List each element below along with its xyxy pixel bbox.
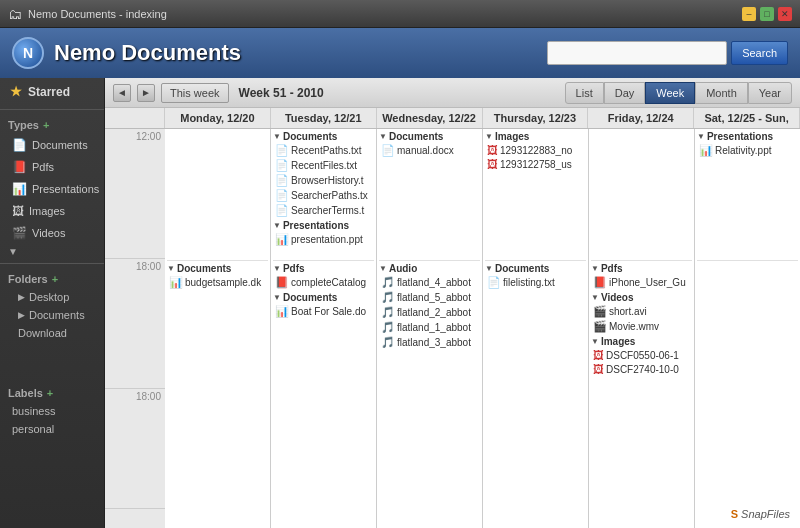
sidebar-item-download[interactable]: Download xyxy=(0,324,104,342)
img-icon: 🖼 xyxy=(593,349,604,361)
sidebar-item-desktop[interactable]: ▶ Desktop xyxy=(0,288,104,306)
sidebar-separator-1 xyxy=(0,109,104,110)
file-shortavi[interactable]: 🎬 short.avi xyxy=(591,304,692,319)
day-sat-top: ▼ Presentations 📊 Relativity.ppt xyxy=(697,131,798,261)
day-fri-top xyxy=(591,131,692,261)
doc-icon: 📊 xyxy=(169,276,183,289)
calendar-toolbar: ◄ ► This week Week 51 - 2010 List Day We… xyxy=(105,78,800,108)
sidebar-item-pdfs[interactable]: 📕 Pdfs xyxy=(0,156,104,178)
header-fri: Friday, 12/24 xyxy=(588,108,694,128)
pdf-icon: 📕 xyxy=(275,276,289,289)
header-tue: Tuesday, 12/21 xyxy=(271,108,377,128)
tri: ▼ xyxy=(485,264,493,273)
thu-images-header: ▼ Images xyxy=(485,131,586,142)
header-thu: Thursday, 12/23 xyxy=(483,108,589,128)
img-icon: 🖼 xyxy=(593,363,604,375)
search-area: Search xyxy=(547,41,788,65)
sidebar-item-presentations[interactable]: 📊 Presentations xyxy=(0,178,104,200)
file-presentation[interactable]: 📊 presentation.ppt xyxy=(273,232,374,247)
documents-icon: 📄 xyxy=(12,138,27,152)
maximize-button[interactable]: □ xyxy=(760,7,774,21)
view-buttons: List Day Week Month Year xyxy=(565,82,792,104)
file-filelisting[interactable]: 📄 filelisting.txt xyxy=(485,275,586,290)
fri-images-header: ▼ Images xyxy=(591,336,692,347)
mon-documents-header: ▼ Documents xyxy=(167,263,268,274)
tri: ▼ xyxy=(591,293,599,302)
file-img1[interactable]: 🖼 1293122883_no xyxy=(485,143,586,157)
file-recentpaths[interactable]: 📄 RecentPaths.txt xyxy=(273,143,374,158)
calendar-grid: Monday, 12/20 Tuesday, 12/21 Wednesday, … xyxy=(105,108,800,528)
sidebar-item-videos[interactable]: 🎬 Videos xyxy=(0,222,104,244)
file-dscf0550[interactable]: 🖼 DSCF0550-06-1 xyxy=(591,348,692,362)
fri-videos-section: ▼ Videos 🎬 short.avi 🎬 Movie.wmv xyxy=(591,292,692,334)
next-button[interactable]: ► xyxy=(137,84,155,102)
sidebar-item-documents[interactable]: 📄 Documents xyxy=(0,134,104,156)
audio-icon: 🎵 xyxy=(381,321,395,334)
sidebar-item-images[interactable]: 🖼 Images xyxy=(0,200,104,222)
prev-button[interactable]: ◄ xyxy=(113,84,131,102)
img-icon: 🖼 xyxy=(487,158,498,170)
file-relativity[interactable]: 📊 Relativity.ppt xyxy=(697,143,798,158)
file-boatforsale[interactable]: 📊 Boat For Sale.do xyxy=(273,304,374,319)
file-manual[interactable]: 📄 manual.docx xyxy=(379,143,480,158)
app-title: Nemo Documents xyxy=(54,40,241,66)
pdfs-icon: 📕 xyxy=(12,160,27,174)
app-header: N Nemo Documents Search xyxy=(0,28,800,78)
year-view-button[interactable]: Year xyxy=(748,82,792,104)
sidebar-item-documents-folder[interactable]: ▶ Documents xyxy=(0,306,104,324)
sidebar-item-starred[interactable]: ★ Starred xyxy=(0,78,104,105)
file-name: budgetsample.dk xyxy=(185,277,261,288)
audio-icon: 🎵 xyxy=(381,336,395,349)
file-flatland2[interactable]: 🎵 flatland_2_abbot xyxy=(379,305,480,320)
file-budgetsample[interactable]: 📊 budgetsample.dk xyxy=(167,275,268,290)
file-dscf2740[interactable]: 🖼 DSCF2740-10-0 xyxy=(591,362,692,376)
sidebar-label-personal[interactable]: personal xyxy=(0,420,104,438)
file-flatland5[interactable]: 🎵 flatland_5_abbot xyxy=(379,290,480,305)
labels-add-icon[interactable]: + xyxy=(47,387,53,399)
day-view-button[interactable]: Day xyxy=(604,82,646,104)
week-view-button[interactable]: Week xyxy=(645,82,695,104)
header-time-empty xyxy=(105,108,165,128)
file-completecatalog[interactable]: 📕 completeCatalog xyxy=(273,275,374,290)
tri: ▼ xyxy=(273,264,281,273)
tri: ▼ xyxy=(591,337,599,346)
day-wed: ▼ Documents 📄 manual.docx ▼ xyxy=(377,129,483,528)
header-wed: Wednesday, 12/22 xyxy=(377,108,483,128)
file-flatland3[interactable]: 🎵 flatland_3_abbot xyxy=(379,335,480,350)
file-img2[interactable]: 🖼 1293122758_us xyxy=(485,157,586,171)
txt-icon: 📄 xyxy=(275,144,289,157)
tri: ▼ xyxy=(697,132,705,141)
file-recentfiles[interactable]: 📄 RecentFiles.txt xyxy=(273,158,374,173)
minimize-button[interactable]: – xyxy=(742,7,756,21)
file-browserhistory[interactable]: 📄 BrowserHistory.t xyxy=(273,173,374,188)
search-input[interactable] xyxy=(547,41,727,65)
file-searcherpaths[interactable]: 📄 SearcherPaths.tx xyxy=(273,188,374,203)
txt-icon: 📄 xyxy=(487,276,501,289)
week-label: Week 51 - 2010 xyxy=(239,86,324,100)
day-wed-top: ▼ Documents 📄 manual.docx xyxy=(379,131,480,261)
file-flatland1[interactable]: 🎵 flatland_1_abbot xyxy=(379,320,480,335)
list-view-button[interactable]: List xyxy=(565,82,604,104)
file-searcherterms[interactable]: 📄 SearcherTerms.t xyxy=(273,203,374,218)
day-fri: ▼ Pdfs 📕 iPhone_User_Gu ▼ Videos xyxy=(589,129,695,528)
file-flatland4[interactable]: 🎵 flatland_4_abbot xyxy=(379,275,480,290)
sidebar-label-business[interactable]: business xyxy=(0,402,104,420)
month-view-button[interactable]: Month xyxy=(695,82,748,104)
close-button[interactable]: ✕ xyxy=(778,7,792,21)
ppt-icon: 📊 xyxy=(275,233,289,246)
types-expand[interactable]: ▼ xyxy=(0,244,104,259)
folders-add-icon[interactable]: + xyxy=(52,273,58,285)
types-add-icon[interactable]: + xyxy=(43,119,49,131)
tri: ▼ xyxy=(379,264,387,273)
tri: ▼ xyxy=(273,221,281,230)
thu-docs-header: ▼ Documents xyxy=(485,263,586,274)
tue-docs2-header: ▼ Documents xyxy=(273,292,374,303)
video-icon: 🎬 xyxy=(593,320,607,333)
audio-icon: 🎵 xyxy=(381,291,395,304)
file-moviewmv[interactable]: 🎬 Movie.wmv xyxy=(591,319,692,334)
file-iphone[interactable]: 📕 iPhone_User_Gu xyxy=(591,275,692,290)
chevron-right-icon: ▶ xyxy=(18,292,25,302)
this-week-button[interactable]: This week xyxy=(161,83,229,103)
txt-icon: 📄 xyxy=(275,174,289,187)
search-button[interactable]: Search xyxy=(731,41,788,65)
